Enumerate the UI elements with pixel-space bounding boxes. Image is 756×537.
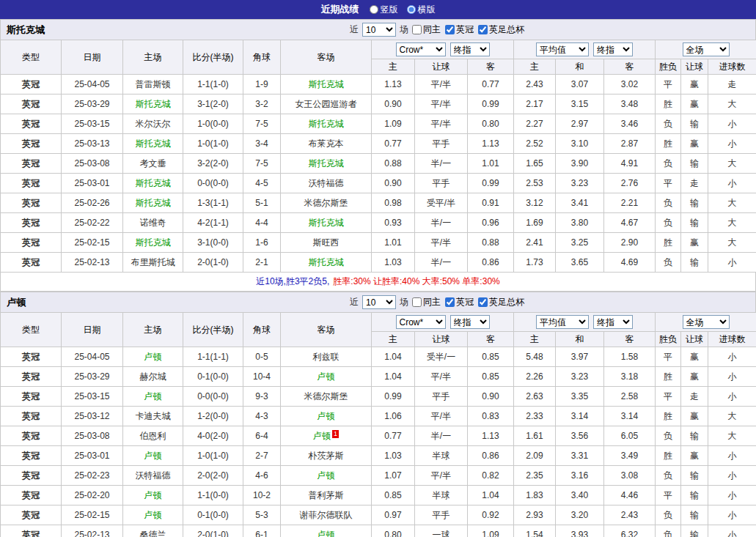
away-team-cell[interactable]: 布莱克本 bbox=[281, 134, 372, 154]
fullmatch-select[interactable]: 全场 bbox=[683, 42, 730, 56]
score-cell: 0-1(0-0) bbox=[183, 505, 243, 525]
handicap-line-cell: 半/一 bbox=[415, 213, 468, 233]
result-handicap-cell: 输 bbox=[681, 426, 708, 446]
home-team-cell[interactable]: 卢顿 bbox=[123, 505, 183, 525]
avg-draw-odds-cell: 3.31 bbox=[556, 446, 604, 466]
filter-checkboxes: 同主英冠英足总杯 bbox=[412, 23, 524, 36]
league-type-cell: 英冠 bbox=[1, 407, 62, 426]
league-type-cell: 英冠 bbox=[1, 134, 62, 154]
result-goals-cell: 大 bbox=[708, 426, 756, 446]
home-team-cell[interactable]: 伯恩利 bbox=[123, 426, 183, 446]
filter-checkbox-input[interactable] bbox=[445, 297, 455, 307]
away-team-cell[interactable]: 沃特福德 bbox=[281, 174, 372, 193]
fullmatch-select[interactable]: 全场 bbox=[683, 315, 730, 329]
home-team-cell[interactable]: 斯托克城 bbox=[123, 134, 183, 154]
col-header-handicap-away: 客 bbox=[468, 59, 514, 75]
europe-source-select[interactable]: 平均值 bbox=[536, 42, 589, 56]
avg-home-odds-cell: 3.12 bbox=[514, 193, 556, 213]
away-team-cell[interactable]: 斯托克城 bbox=[281, 154, 372, 174]
away-team-cell[interactable]: 卢顿1 bbox=[281, 426, 372, 446]
result-goals-cell: 大 bbox=[708, 407, 756, 426]
avg-away-odds-cell: 6.05 bbox=[604, 426, 656, 446]
league-type-cell: 英冠 bbox=[1, 233, 62, 253]
handicap-period-select[interactable]: 终指 bbox=[450, 42, 490, 56]
home-team-cell[interactable]: 米尔沃尔 bbox=[123, 114, 183, 134]
result-goals-cell: 小 bbox=[708, 367, 756, 387]
layout-radio-input[interactable] bbox=[370, 5, 378, 14]
handicap-line-cell: 平手 bbox=[415, 174, 468, 193]
filter-checkbox-input[interactable] bbox=[412, 297, 422, 307]
home-team-cell[interactable]: 卢顿 bbox=[123, 486, 183, 505]
away-team-cell[interactable]: 朴茨茅斯 bbox=[281, 446, 372, 466]
team-section: 卢顿 近 10 场 同主英冠英足总杯 类型 日期 主场 比分(半场) 角球 客场 bbox=[0, 292, 756, 537]
handicap-source-select[interactable]: Crow* bbox=[396, 315, 446, 329]
away-team-cell[interactable]: 女王公园巡游者 bbox=[281, 95, 372, 114]
result-handicap-cell: 输 bbox=[681, 193, 708, 213]
match-count-select[interactable]: 10 bbox=[362, 23, 396, 37]
league-type-cell: 英冠 bbox=[1, 75, 62, 95]
away-team-cell[interactable]: 利兹联 bbox=[281, 347, 372, 367]
away-team-cell[interactable]: 卢顿 bbox=[281, 466, 372, 486]
filter-checkbox-英冠[interactable]: 英冠 bbox=[445, 23, 474, 36]
europe-source-select[interactable]: 平均值 bbox=[536, 315, 589, 329]
corner-cell: 4-3 bbox=[243, 407, 281, 426]
avg-home-odds-cell: 2.27 bbox=[514, 114, 556, 134]
summary-record: 近10场,胜3平2负5, bbox=[256, 275, 329, 288]
away-team-cell[interactable]: 斯托克城 bbox=[281, 114, 372, 134]
score-cell: 1-0(1-0) bbox=[183, 446, 243, 466]
away-team-cell[interactable]: 斯旺西 bbox=[281, 233, 372, 253]
away-team-cell[interactable]: 谢菲尔德联队 bbox=[281, 505, 372, 525]
col-header-date: 日期 bbox=[62, 313, 123, 347]
away-team-cell[interactable]: 斯托克城 bbox=[281, 253, 372, 273]
home-team-cell[interactable]: 普雷斯顿 bbox=[123, 75, 183, 95]
home-team-cell[interactable]: 斯托克城 bbox=[123, 233, 183, 253]
layout-radio-input[interactable] bbox=[407, 5, 416, 14]
col-header-euro-draw: 和 bbox=[556, 59, 604, 75]
away-team-cell[interactable]: 斯托克城 bbox=[281, 75, 372, 95]
league-type-cell: 英冠 bbox=[1, 486, 62, 505]
home-team-cell[interactable]: 卡迪夫城 bbox=[123, 407, 183, 426]
home-team-cell[interactable]: 斯托克城 bbox=[123, 174, 183, 193]
handicap-line-cell: 平/半 bbox=[415, 407, 468, 426]
away-team-cell[interactable]: 卢顿 bbox=[281, 367, 372, 387]
away-team-cell[interactable]: 米德尔斯堡 bbox=[281, 193, 372, 213]
filter-checkbox-input[interactable] bbox=[445, 25, 455, 34]
europe-period-select[interactable]: 终指 bbox=[593, 315, 633, 329]
filter-checkbox-英足总杯[interactable]: 英足总杯 bbox=[478, 23, 524, 36]
filter-checkbox-英冠[interactable]: 英冠 bbox=[445, 296, 474, 308]
away-team-cell[interactable]: 普利茅斯 bbox=[281, 486, 372, 505]
home-team-cell[interactable]: 沃特福德 bbox=[123, 466, 183, 486]
result-goals-cell: 大 bbox=[708, 95, 756, 114]
filter-checkbox-input[interactable] bbox=[478, 25, 488, 34]
filter-checkbox-input[interactable] bbox=[412, 25, 422, 34]
away-team-cell[interactable]: 斯托克城 bbox=[281, 213, 372, 233]
home-team-cell[interactable]: 考文垂 bbox=[123, 154, 183, 174]
home-team-cell[interactable]: 桑德兰 bbox=[123, 525, 183, 537]
layout-option-horizontal[interactable]: 横版 bbox=[407, 4, 436, 16]
page-title: 近期战绩 bbox=[321, 3, 359, 16]
home-team-cell[interactable]: 斯托克城 bbox=[123, 193, 183, 213]
handicap-source-select[interactable]: Crow* bbox=[396, 42, 446, 56]
home-team-cell[interactable]: 斯托克城 bbox=[123, 95, 183, 114]
score-cell: 1-3(1-1) bbox=[183, 193, 243, 213]
filter-checkbox-同主[interactable]: 同主 bbox=[412, 23, 441, 36]
home-team-cell[interactable]: 布里斯托城 bbox=[123, 253, 183, 273]
handicap-away-odds-cell: 1.01 bbox=[468, 154, 514, 174]
home-team-cell[interactable]: 卢顿 bbox=[123, 387, 183, 407]
europe-period-select[interactable]: 终指 bbox=[593, 42, 633, 56]
handicap-period-select[interactable]: 终指 bbox=[450, 315, 490, 329]
home-team-cell[interactable]: 赫尔城 bbox=[123, 367, 183, 387]
filter-checkbox-input[interactable] bbox=[478, 297, 488, 307]
away-team-cell[interactable]: 卢顿 bbox=[281, 525, 372, 537]
result-goals-cell: 大 bbox=[708, 233, 756, 253]
away-team-cell[interactable]: 卢顿 bbox=[281, 407, 372, 426]
filter-checkbox-同主[interactable]: 同主 bbox=[412, 296, 441, 308]
away-team-cell[interactable]: 米德尔斯堡 bbox=[281, 387, 372, 407]
home-team-cell[interactable]: 卢顿 bbox=[123, 347, 183, 367]
home-team-cell[interactable]: 卢顿 bbox=[123, 446, 183, 466]
filter-checkbox-英足总杯[interactable]: 英足总杯 bbox=[478, 296, 524, 308]
layout-option-vertical[interactable]: 竖版 bbox=[370, 4, 398, 16]
match-row: 英冠25-02-23沃特福德2-0(2-0)4-6卢顿1.07平/半0.822.… bbox=[1, 466, 756, 486]
home-team-cell[interactable]: 诺维奇 bbox=[123, 213, 183, 233]
match-count-select[interactable]: 10 bbox=[362, 295, 396, 309]
